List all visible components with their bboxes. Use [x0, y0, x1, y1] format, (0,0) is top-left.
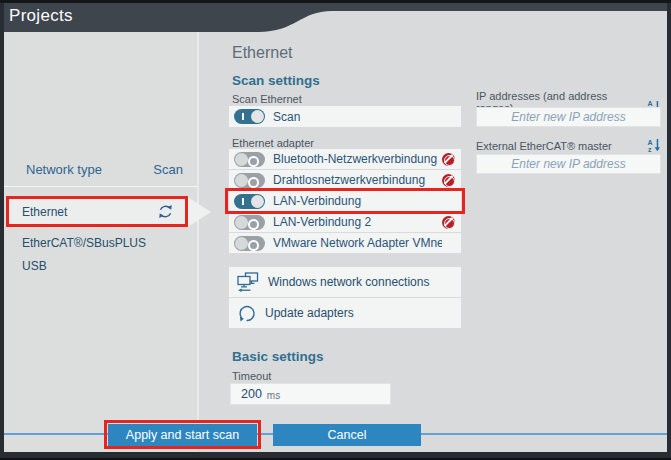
network-connections-icon: [237, 272, 259, 292]
adapter-name: LAN-Verbindung: [273, 194, 442, 208]
blocked-icon: [442, 174, 455, 187]
adapter-name: Drahtlosnetzwerkverbindung: [273, 173, 442, 187]
sidebar-item-label: Ethernet: [22, 205, 157, 219]
update-adapters-button[interactable]: Update adapters: [229, 298, 461, 328]
sidebar-item-ethercat[interactable]: EtherCAT®/SBusPLUS: [22, 236, 146, 250]
scan-refresh-icon[interactable]: [157, 203, 174, 220]
adapter-name: VMware Network Adapter VMnet8: [273, 236, 442, 250]
adapter-toggle[interactable]: [234, 173, 265, 188]
apply-and-start-scan-button[interactable]: Apply and start scan: [108, 424, 257, 446]
timeout-unit: ms: [267, 388, 280, 401]
scan-toggle-label: Scan: [273, 110, 455, 124]
adapter-row-vmware: VMware Network Adapter VMnet8: [229, 233, 461, 253]
window-border-right: [667, 3, 671, 460]
selection-pointer: [186, 196, 211, 228]
page-title: Projects: [9, 6, 73, 26]
scan-settings-heading: Scan settings: [232, 73, 320, 88]
sidebar-column-scan: Scan: [0, 162, 183, 177]
header-bar: [0, 0, 671, 33]
scan-ethernet-label: Scan Ethernet: [232, 93, 302, 105]
update-adapters-label: Update adapters: [265, 306, 354, 320]
sidebar-divider: [4, 186, 197, 187]
adapter-name: Bluetooth-Netzwerkverbindung: [273, 152, 442, 166]
sidebar-item-ethernet[interactable]: Ethernet: [8, 198, 186, 225]
svg-text:z: z: [648, 146, 652, 153]
scan-toggle[interactable]: [234, 109, 265, 124]
timeout-input[interactable]: 200 ms: [230, 383, 391, 405]
panel-divider: [197, 32, 199, 433]
ethernet-adapter-label: Ethernet adapter: [232, 137, 314, 149]
main-title: Ethernet: [232, 44, 292, 62]
adapter-row-bluetooth: Bluetooth-Netzwerkverbindung: [229, 149, 461, 169]
ethercat-master-label: External EtherCAT® master: [476, 140, 612, 152]
sort-icon[interactable]: A z: [647, 138, 661, 152]
projects-dialog: Projects Network type Scan Ethernet Ethe…: [0, 0, 671, 460]
adapter-row-lan2: LAN-Verbindung 2: [229, 212, 461, 232]
update-adapters-icon: [237, 304, 256, 323]
adapter-toggle[interactable]: [234, 236, 265, 251]
sidebar-item-usb[interactable]: USB: [22, 259, 47, 273]
timeout-value: 200: [241, 387, 262, 401]
ip-address-input[interactable]: [476, 107, 661, 127]
adapter-row-lan: LAN-Verbindung: [229, 191, 461, 211]
adapter-toggle[interactable]: [234, 152, 265, 167]
blocked-icon: [442, 153, 455, 166]
scan-ethernet-row: Scan: [229, 106, 461, 127]
adapter-toggle[interactable]: [234, 215, 265, 230]
adapter-toggle[interactable]: [234, 194, 265, 209]
adapter-row-wireless: Drahtlosnetzwerkverbindung: [229, 170, 461, 190]
window-border-left: [0, 3, 4, 460]
blocked-icon: [442, 216, 455, 229]
ethercat-master-input[interactable]: [476, 154, 661, 174]
basic-settings-heading: Basic settings: [232, 349, 324, 364]
timeout-label: Timeout: [232, 370, 271, 382]
cancel-button[interactable]: Cancel: [273, 424, 421, 446]
ethercat-master-label-row: External EtherCAT® master A z: [476, 138, 661, 152]
adapter-name: LAN-Verbindung 2: [273, 215, 442, 229]
windows-network-connections-button[interactable]: Windows network connections: [229, 267, 461, 297]
windows-network-connections-label: Windows network connections: [268, 275, 429, 289]
window-border-bottom: [0, 452, 671, 460]
svg-text:A: A: [648, 139, 653, 146]
